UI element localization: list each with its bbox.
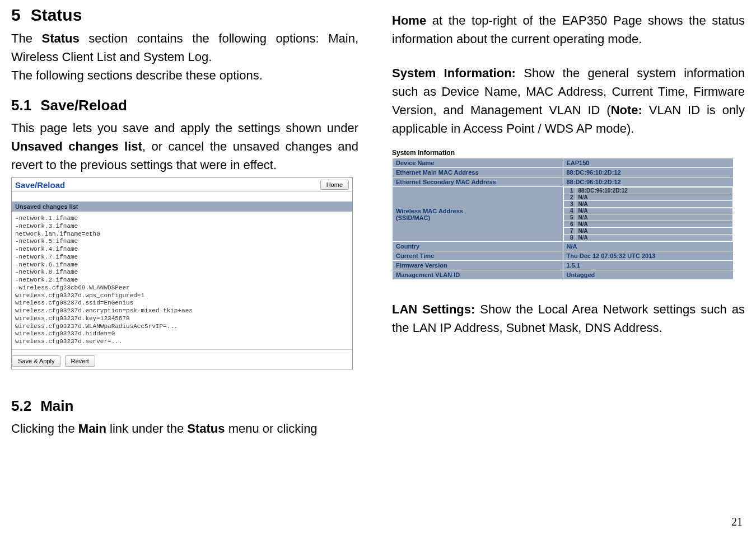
panel-title: Save/Reload [15, 180, 65, 190]
subsection-title: Save/Reload [40, 97, 127, 114]
subsection-heading: 5.2 Main [11, 397, 358, 415]
table-row: Device NameEAP150 [393, 158, 734, 168]
subsection-number: 5.2 [11, 397, 31, 415]
home-button[interactable]: Home [320, 180, 349, 190]
subsection-heading: 5.1 Save/Reload [11, 97, 358, 114]
table-row: Management VLAN IDUntagged [393, 270, 734, 280]
save-apply-button[interactable]: Save & Apply [12, 355, 60, 367]
subsection-title: Main [40, 397, 73, 415]
paragraph: This page lets you save and apply the se… [11, 119, 358, 174]
subsection-number: 5.1 [11, 97, 31, 114]
system-info-table: Device NameEAP150 Ethernet Main MAC Addr… [392, 158, 734, 280]
section-title: Status [31, 6, 82, 25]
table-row: Ethernet Secondary MAC Address88:DC:96:1… [393, 177, 734, 187]
paragraph: LAN Settings: Show the Local Area Networ… [392, 300, 745, 337]
table-row: CountryN/A [393, 242, 734, 251]
section-number: 5 [11, 6, 21, 25]
table-title: System Information [392, 149, 734, 157]
section-heading: 5 Status [11, 6, 358, 25]
paragraph: Clicking the Main link under the Status … [11, 419, 358, 438]
unsaved-changes-list: -network.1.ifname -network.3.ifname netw… [12, 212, 352, 350]
table-row: Wireless MAC Address (SSID/MAC) 188:DC:9… [393, 187, 734, 242]
paragraph: System Information: Show the general sys… [392, 64, 745, 138]
table-row: Firmware Version1.5.1 [393, 261, 734, 270]
table-row: Current TimeThu Dec 12 07:05:32 UTC 2013 [393, 251, 734, 261]
paragraph: The following sections describe these op… [11, 66, 358, 85]
system-information-screenshot: System Information Device NameEAP150 Eth… [392, 149, 734, 280]
paragraph: Home at the top-right of the EAP350 Page… [392, 11, 745, 48]
save-reload-screenshot: Save/Reload Home Unsaved changes list -n… [11, 177, 353, 369]
paragraph: The Status section contains the followin… [11, 29, 358, 66]
page-number: 21 [731, 516, 743, 528]
table-row: Ethernet Main MAC Address88:DC:96:10:2D:… [393, 168, 734, 177]
revert-button[interactable]: Revert [65, 355, 95, 367]
unsaved-changes-bar: Unsaved changes list [12, 201, 352, 212]
